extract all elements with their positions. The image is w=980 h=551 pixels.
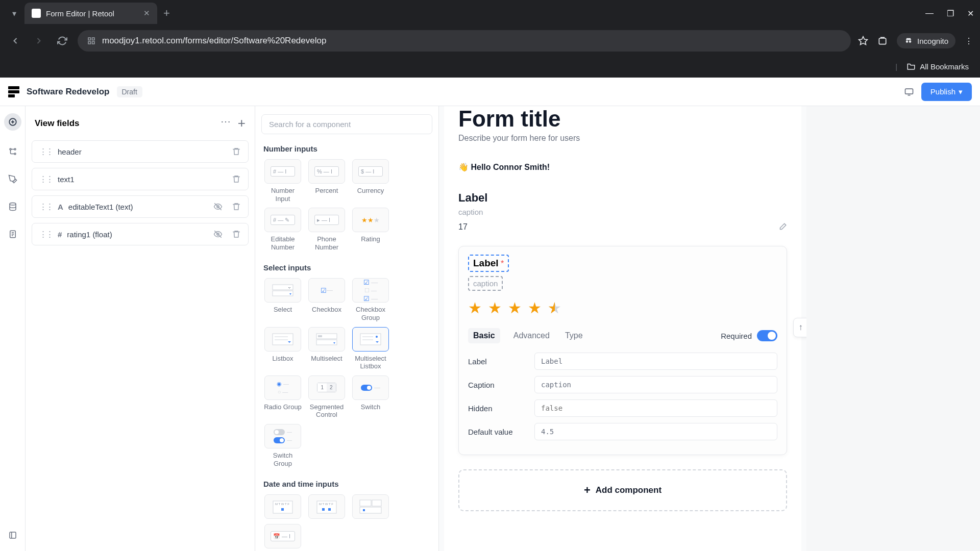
extensions-icon[interactable] [877,36,888,46]
window-minimize-icon[interactable]: — [925,9,934,18]
visibility-icon[interactable] [213,202,223,211]
rail-database-icon[interactable] [6,200,19,213]
tab-title: Form Editor | Retool [46,9,114,18]
trash-icon[interactable] [232,147,241,156]
grip-icon[interactable]: ⋮⋮ [39,174,53,184]
star-icon[interactable]: ★ [508,299,522,317]
grip-icon[interactable]: ⋮⋮ [39,230,53,239]
reload-button[interactable] [54,33,70,49]
grip-icon[interactable]: ⋮⋮ [39,147,53,156]
selected-caption-box[interactable]: caption [468,276,503,291]
rail-theme-icon[interactable] [6,172,19,186]
prop-default-input[interactable] [534,423,777,440]
selected-component-block[interactable]: Label * caption ★ ★ ★ ★ ★ Basic [458,246,787,455]
field-row-header[interactable]: ⋮⋮ header [32,140,249,163]
back-button[interactable] [7,33,23,49]
required-toggle[interactable] [757,330,777,341]
browser-menu-icon[interactable]: ⋮ [965,36,973,46]
component-radio-group[interactable]: ◉ —○ —Radio Group [263,375,302,419]
forward-button[interactable] [31,33,47,49]
bookmark-star-icon[interactable] [858,36,868,46]
prop-hidden: Hidden [468,404,534,413]
field-row-text1[interactable]: ⋮⋮ text1 [32,168,249,190]
tab-advanced[interactable]: Advanced [511,328,552,343]
component-checkbox[interactable]: ☑ —Checkbox [307,278,346,321]
required-label: Required [721,332,752,340]
bookmark-separator: | [895,62,897,71]
component-percent[interactable]: % — IPercent [307,159,346,203]
edit-icon[interactable] [778,222,787,232]
fields-add-icon[interactable]: + [238,115,246,131]
component-checkbox-group[interactable]: ☑ —☐ —☑ —Checkbox Group [351,278,390,321]
move-up-icon[interactable]: ↑ [799,322,803,333]
prop-hidden-input[interactable] [534,399,777,417]
rail-add-icon[interactable] [4,113,21,131]
svg-point-7 [909,40,912,43]
svg-rect-36 [328,508,331,511]
field-row-rating[interactable]: ⋮⋮ # rating1 (float) [32,223,249,245]
star-icon[interactable]: ★ [528,299,542,317]
tab-dropdown[interactable]: ▾ [6,5,22,21]
form-title[interactable]: Form title [458,106,787,132]
component-segmented-control[interactable]: 12Segmented Control [307,375,346,419]
component-date-3[interactable] [351,494,390,519]
preview-icon[interactable] [904,87,914,97]
rail-collapse-icon[interactable] [6,529,19,542]
app-logo-icon[interactable] [8,86,19,97]
grip-icon[interactable]: ⋮⋮ [39,202,53,211]
window-close-icon[interactable]: ✕ [967,9,974,18]
prop-caption-input[interactable] [534,376,777,393]
visibility-icon[interactable] [213,230,223,239]
prop-default: Default value [468,428,534,436]
fields-more-icon[interactable]: ⋯ [220,115,231,131]
site-settings-icon[interactable] [87,36,96,45]
svg-marker-4 [859,37,868,45]
component-phone-number[interactable]: ▸ — IPhone Number [307,208,346,251]
component-select[interactable]: Select [263,278,302,321]
new-tab-button[interactable]: + [163,7,170,20]
all-bookmarks-link[interactable]: All Bookmarks [920,62,969,71]
rail-docs-icon[interactable] [6,228,19,241]
star-icon[interactable]: ★ [488,299,502,317]
component-search-input[interactable] [261,114,432,134]
field-row-editabletext[interactable]: ⋮⋮ A editableText1 (text) [32,195,249,218]
component-switch[interactable]: —Switch [351,375,390,419]
star-half-icon[interactable]: ★ [548,299,561,317]
app-title: Software Redevelop [27,87,110,97]
trash-icon[interactable] [232,230,241,239]
add-component-button[interactable]: + Add component [458,469,787,511]
address-bar[interactable]: moodjoy1.retool.com/forms/editor/Softwar… [78,30,851,52]
svg-point-11 [14,153,16,155]
component-date-4[interactable]: 📅 — I [263,524,302,548]
component-currency[interactable]: $ — ICurrency [351,159,390,203]
component-listbox[interactable]: Listbox [263,327,302,370]
browser-tab[interactable]: Form Editor | Retool ✕ [24,3,157,24]
component-number-input[interactable]: # — INumber Input [263,159,302,203]
selected-label-box[interactable]: Label * [468,255,509,272]
component-date-2[interactable]: M T W T F [307,494,346,519]
publish-button[interactable]: Publish ▾ [921,83,972,101]
component-switch-group[interactable]: ——Switch Group [263,424,302,467]
tab-basic[interactable]: Basic [468,328,500,343]
number-type-icon: # [58,230,62,239]
rail-workflow-icon[interactable] [6,145,19,158]
rating-stars[interactable]: ★ ★ ★ ★ ★ [468,299,777,317]
close-tab-icon[interactable]: ✕ [143,9,150,18]
incognito-indicator[interactable]: Incognito [897,33,955,48]
window-maximize-icon[interactable]: ❐ [947,9,954,18]
component-multiselect[interactable]: Multiselect [307,327,346,370]
tab-type[interactable]: Type [563,328,585,343]
component-rating[interactable]: ★★★Rating [351,208,390,251]
trash-icon[interactable] [232,174,241,184]
star-icon[interactable]: ★ [468,299,482,317]
svg-rect-18 [273,285,293,290]
component-multiselect-listbox[interactable]: Multiselect Listbox [351,327,390,370]
field-label: text1 [58,175,75,184]
svg-rect-5 [879,38,886,44]
prop-label-input[interactable] [534,353,777,370]
fields-panel: View fields ⋯ + ⋮⋮ header ⋮⋮ text1 ⋮⋮ A … [26,106,255,551]
form-description[interactable]: Describe your form here for users [458,134,787,143]
trash-icon[interactable] [232,202,241,211]
component-date-1[interactable]: M T W T F [263,494,302,519]
component-editable-number[interactable]: # — ✎Editable Number [263,208,302,251]
